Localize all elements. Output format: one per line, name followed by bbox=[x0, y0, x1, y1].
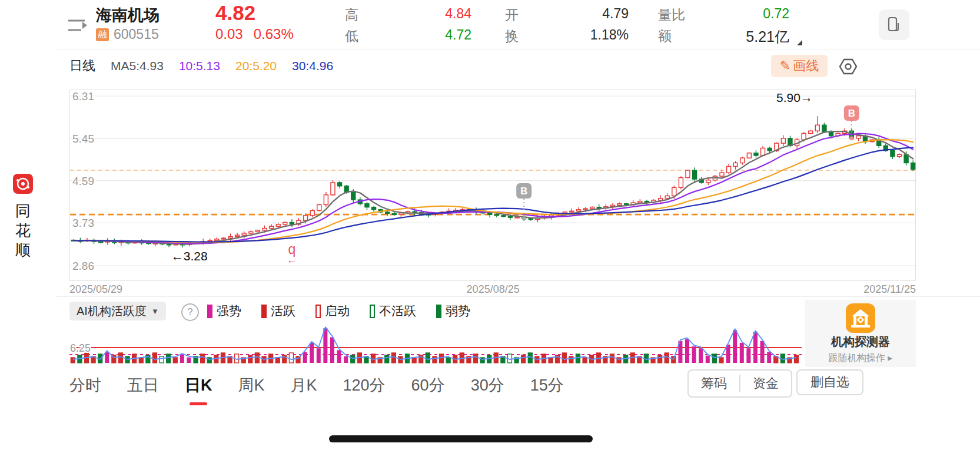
tonghuashun-logo-icon bbox=[13, 174, 33, 194]
activity-indicator-chart[interactable]: 6.25 bbox=[69, 322, 805, 367]
tab-周K[interactable]: 周K bbox=[238, 375, 265, 398]
legend-item-强势: 强势 bbox=[207, 303, 241, 319]
stat-col-open-turnover: 开 4.79 换 1.18% bbox=[505, 0, 629, 49]
price-change-pct: 0.63% bbox=[254, 26, 294, 42]
legend-item-启动: 启动 bbox=[315, 303, 350, 319]
legend-label: 启动 bbox=[325, 303, 350, 319]
legend-label: 活跃 bbox=[271, 303, 295, 319]
stat-value-amount: 5.21亿 bbox=[746, 27, 789, 47]
indicator-selector[interactable]: AI机构活跃度 ▼ bbox=[69, 302, 166, 320]
last-price: 4.82 bbox=[215, 1, 255, 25]
draw-line-label: 画线 bbox=[793, 57, 819, 75]
expand-corner-icon bbox=[797, 40, 802, 45]
svg-text:B: B bbox=[848, 108, 855, 119]
x-date-start: 2025/05/29 bbox=[69, 283, 122, 295]
ma10-value: 10:5.13 bbox=[179, 59, 220, 73]
stock-switcher-icon[interactable] bbox=[66, 15, 89, 35]
svg-text:2.86: 2.86 bbox=[72, 260, 94, 272]
stat-label: 换 bbox=[505, 27, 519, 45]
svg-text:3.73: 3.73 bbox=[72, 217, 94, 229]
tab-30分[interactable]: 30分 bbox=[471, 375, 504, 398]
chevron-down-icon: ▼ bbox=[151, 307, 159, 316]
legend-item-弱势: 弱势 bbox=[436, 303, 470, 319]
institution-detector-title: 机构探测器 bbox=[805, 334, 916, 350]
x-axis-dates: 2025/05/29 2025/08/25 2025/11/25 bbox=[69, 283, 916, 295]
stat-value-high: 4.84 bbox=[445, 6, 471, 22]
ma-legend-row: 日线 MA5:4.93 10:5.13 20:5.20 30:4.96 bbox=[69, 54, 333, 78]
institution-detector-subtitle: 跟随机构操作 ▸ bbox=[805, 352, 916, 365]
ai-indicator-section: AI机构活跃度 ▼ ? 强势活跃启动不活跃弱势 6.25 机构探测器 跟随机构操… bbox=[57, 296, 980, 367]
svg-text:4.59: 4.59 bbox=[72, 175, 94, 187]
legend-item-不活跃: 不活跃 bbox=[370, 303, 416, 319]
stat-label: 开 bbox=[505, 6, 519, 24]
tab-五日[interactable]: 五日 bbox=[127, 375, 159, 398]
indicator-selector-label: AI机构活跃度 bbox=[77, 303, 147, 319]
tab-120分[interactable]: 120分 bbox=[343, 375, 386, 398]
stock-app-screen: 同 花 顺 海南机场 融 600515 4.82 0.03 0.63% 高 4.… bbox=[0, 0, 980, 453]
stock-name[interactable]: 海南机场 bbox=[96, 5, 160, 26]
svg-text:5.45: 5.45 bbox=[72, 133, 94, 145]
tab-分时[interactable]: 分时 bbox=[69, 375, 101, 398]
ma20-value: 20:5.20 bbox=[235, 59, 277, 73]
svg-text:B: B bbox=[520, 186, 527, 197]
chip-chips-distribution[interactable]: 筹码 bbox=[689, 375, 739, 392]
stat-col-high-low: 高 4.84 低 4.72 bbox=[345, 0, 471, 49]
x-date-end: 2025/11/25 bbox=[863, 283, 916, 295]
svg-text:6.31: 6.31 bbox=[72, 90, 94, 102]
x-date-mid: 2025/08/25 bbox=[467, 283, 520, 295]
kline-chart[interactable]: 6.315.454.593.732.86←3.285.90→q←BB bbox=[69, 90, 916, 281]
draw-line-button[interactable]: ✎ 画线 bbox=[771, 55, 828, 77]
legend-mark-icon bbox=[315, 305, 321, 318]
legend-item-活跃: 活跃 bbox=[261, 303, 295, 319]
stat-col-volume-amount[interactable]: 量比 0.72 额 5.21亿 bbox=[658, 0, 802, 49]
indicator-legend: 强势活跃启动不活跃弱势 bbox=[207, 303, 470, 319]
app-name-vertical: 同 花 顺 bbox=[13, 201, 33, 260]
stock-header: 海南机场 融 600515 4.82 0.03 0.63% 高 4.84 低 4… bbox=[57, 0, 980, 50]
stat-label: 额 bbox=[658, 27, 672, 45]
period-label[interactable]: 日线 bbox=[69, 57, 95, 75]
tab-15分[interactable]: 15分 bbox=[530, 375, 564, 398]
margin-trading-badge: 融 bbox=[96, 28, 109, 41]
tab-月K[interactable]: 月K bbox=[291, 375, 317, 398]
svg-text:←: ← bbox=[287, 254, 297, 266]
legend-mark-icon bbox=[207, 305, 212, 318]
stock-code-row: 融 600515 bbox=[96, 27, 159, 42]
legend-mark-icon bbox=[261, 305, 267, 318]
stat-label: 低 bbox=[345, 27, 358, 45]
legend-label: 强势 bbox=[217, 303, 241, 319]
institution-detector-icon bbox=[846, 303, 875, 333]
help-button[interactable]: ? bbox=[181, 303, 199, 321]
stat-value-volume-ratio: 0.72 bbox=[763, 6, 789, 22]
chip-group: 筹码 资金 bbox=[687, 369, 792, 398]
stat-value-low: 4.72 bbox=[445, 27, 471, 43]
stat-value-turnover-rate: 1.18% bbox=[590, 27, 629, 43]
remove-watchlist-button[interactable]: 删自选 bbox=[796, 369, 863, 395]
stat-value-open: 4.79 bbox=[602, 6, 629, 22]
svg-text:←3.28: ←3.28 bbox=[171, 249, 208, 263]
tab-日K[interactable]: 日K bbox=[185, 375, 212, 398]
home-indicator-bar[interactable] bbox=[329, 435, 593, 442]
legend-label: 不活跃 bbox=[379, 303, 416, 319]
svg-text:6.25: 6.25 bbox=[70, 342, 91, 354]
stat-label: 量比 bbox=[658, 6, 685, 24]
phone-rotate-icon bbox=[885, 16, 903, 34]
period-tabbar: 分时五日日K周K月K120分60分30分15分 bbox=[69, 370, 564, 403]
legend-mark-icon bbox=[436, 305, 441, 318]
institution-detector-panel[interactable]: 机构探测器 跟随机构操作 ▸ bbox=[805, 300, 916, 367]
pencil-icon: ✎ bbox=[780, 58, 790, 74]
chip-funds[interactable]: 资金 bbox=[739, 375, 791, 392]
legend-mark-icon bbox=[370, 305, 375, 318]
ma5-value: MA5:4.93 bbox=[111, 59, 164, 73]
price-change-row: 0.03 0.63% bbox=[215, 26, 294, 42]
rotate-landscape-button[interactable] bbox=[879, 9, 909, 40]
stock-code: 600515 bbox=[114, 27, 159, 42]
ma30-value: 30:4.96 bbox=[292, 59, 333, 73]
svg-text:5.90→: 5.90→ bbox=[776, 91, 813, 104]
tab-60分[interactable]: 60分 bbox=[411, 375, 445, 398]
stat-label: 高 bbox=[345, 6, 358, 24]
gear-icon bbox=[838, 57, 858, 77]
legend-label: 弱势 bbox=[446, 303, 470, 319]
price-change: 0.03 bbox=[215, 26, 243, 42]
chart-settings-button[interactable] bbox=[838, 57, 858, 77]
